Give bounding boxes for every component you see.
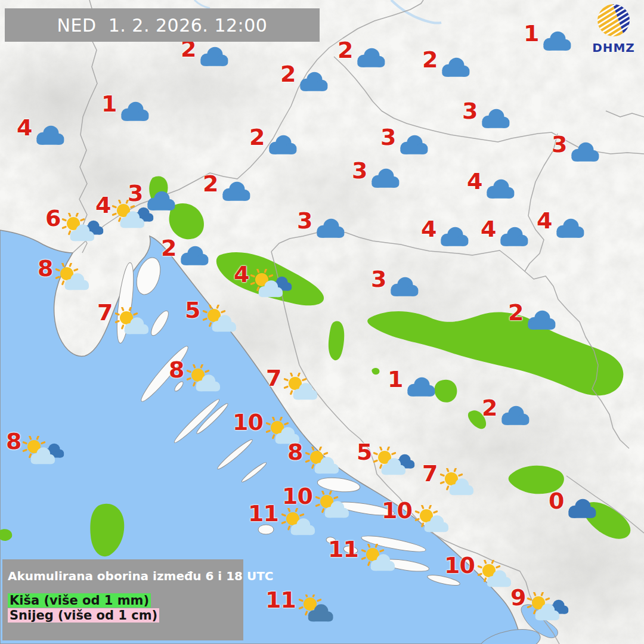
temperature-label: 2 <box>280 63 295 85</box>
sun-cloud-dark-icon <box>112 200 156 232</box>
temperature-label: 7 <box>97 302 112 323</box>
temperature-label: 8 <box>169 359 184 380</box>
weather-point: 1 <box>524 23 573 52</box>
weather-point: 2 <box>508 302 558 331</box>
temperature-label: 10 <box>382 500 412 521</box>
sun-cloud-dark-icon <box>22 436 66 468</box>
legend-snow-row: Snijeg (više od 1 cm) <box>8 608 238 623</box>
cloud-icon <box>553 215 586 239</box>
weather-point: 4 <box>17 117 66 146</box>
cloud-icon <box>483 176 516 200</box>
weather-point: 3 <box>462 100 512 129</box>
weather-point: 10 <box>382 500 453 536</box>
temperature-label: 8 <box>287 441 302 463</box>
temperature-label: 5 <box>185 299 200 321</box>
weather-point: 11 <box>248 503 319 539</box>
weather-point: 2 <box>249 126 299 156</box>
cloud-icon <box>438 54 472 78</box>
weather-point: 6 <box>45 208 106 245</box>
cloud-icon <box>117 98 151 122</box>
weather-point: 2 <box>161 237 210 267</box>
weather-point: 8 <box>169 359 224 395</box>
weather-point: 8 <box>6 431 66 468</box>
weather-point: 3 <box>380 126 430 156</box>
temperature-label: 2 <box>338 39 352 61</box>
weather-point: 1 <box>101 93 151 122</box>
sun-cloud-icon <box>314 491 353 522</box>
temperature-label: 3 <box>380 126 395 148</box>
temperature-label: 11 <box>265 589 296 611</box>
sun-cloud-icon <box>360 544 399 575</box>
weather-point: 11 <box>265 589 336 626</box>
cloud-icon <box>478 106 512 129</box>
cloud-icon <box>540 28 573 52</box>
temperature-label: 2 <box>422 49 437 70</box>
legend-panel: Akumulirana oborina između 6 i 18 UTC Ki… <box>2 559 243 640</box>
weather-point: 7 <box>266 367 321 404</box>
temperature-label: 7 <box>266 367 281 389</box>
cloud-icon <box>33 122 66 146</box>
cloud-icon <box>354 45 387 69</box>
cloud-icon <box>498 402 531 426</box>
sun-cloud-icon <box>438 468 478 499</box>
weather-points-layer: 1222214333232434634442843527871210885710… <box>0 0 644 644</box>
temperature-label: 3 <box>462 100 477 122</box>
temperature-label: 1 <box>388 369 402 390</box>
cloud-icon <box>265 132 299 156</box>
sun-cloud-icon <box>282 373 321 404</box>
cloud-icon <box>313 215 346 239</box>
legend-snow-label: Snijeg (više od 1 cm) <box>8 608 159 623</box>
cloud-icon <box>219 178 252 202</box>
weather-point: 3 <box>552 134 601 163</box>
dhmz-logo: DHMZ <box>588 2 639 55</box>
weather-point: 4 <box>234 264 294 301</box>
temperature-label: 3 <box>297 210 312 231</box>
temperature-label: 0 <box>549 490 564 512</box>
dhmz-globe-icon <box>594 2 633 39</box>
weather-point: 9 <box>510 587 571 624</box>
weather-point: 10 <box>444 555 515 591</box>
cloud-icon <box>568 139 601 163</box>
weather-point: 7 <box>97 302 153 338</box>
sun-cloud-dark-icon <box>61 213 106 245</box>
cloud-icon <box>387 274 420 298</box>
temperature-label: 3 <box>552 134 566 155</box>
sun-cloud-icon <box>185 364 224 395</box>
temperature-label: 4 <box>467 171 482 192</box>
cloud-icon <box>197 44 230 67</box>
weather-point: 4 <box>481 218 530 247</box>
sun-cloud-icon <box>476 560 515 591</box>
legend-title: Akumulirana oborina između 6 i 18 UTC <box>8 569 238 583</box>
weather-point: 8 <box>38 258 93 294</box>
cloud-icon <box>296 69 330 92</box>
weather-point: 3 <box>371 268 420 298</box>
weather-point: 0 <box>549 490 598 519</box>
sun-cloud-dark-icon <box>373 447 417 479</box>
sun-cloud-icon <box>304 447 343 478</box>
temperature-label: 2 <box>482 397 497 419</box>
temperature-label: 6 <box>45 208 60 229</box>
legend-rain-label: Kiša (više od 1 mm) <box>8 593 151 608</box>
weather-point: 11 <box>328 538 399 575</box>
globe-stripes <box>594 2 633 39</box>
cloud-dark-icon <box>565 496 598 519</box>
temperature-label: 5 <box>357 441 371 463</box>
weather-point: 2 <box>203 173 252 202</box>
weather-point: 5 <box>357 441 417 479</box>
sun-cloud-icon <box>113 307 153 338</box>
header-bar: NED 1. 2. 2026. 12:00 <box>5 8 320 42</box>
sun-darkcloud-icon <box>297 595 336 626</box>
weather-map-page: 1222214333232434634442843527871210885710… <box>0 0 644 644</box>
cloud-icon <box>397 132 430 156</box>
temperature-label: 1 <box>101 93 116 114</box>
weather-point: 2 <box>338 39 387 69</box>
weather-point: 2 <box>181 38 230 67</box>
temperature-label: 11 <box>248 503 278 524</box>
weather-point: 2 <box>280 63 330 92</box>
temperature-label: 2 <box>161 237 176 259</box>
cloud-icon <box>497 224 530 247</box>
weather-point: 2 <box>482 397 531 426</box>
temperature-label: 1 <box>524 23 538 44</box>
sun-cloud-dark-icon <box>527 592 571 624</box>
datetime-label: NED 1. 2. 2026. 12:00 <box>57 15 268 36</box>
